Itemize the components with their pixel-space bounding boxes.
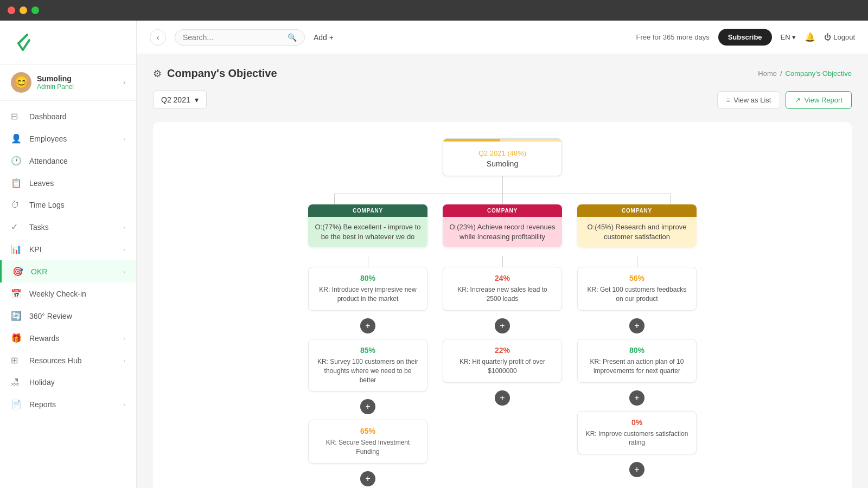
sidebar-item-label: Dashboard — [29, 112, 67, 121]
kr-percent: 24% — [450, 274, 555, 282]
free-days-label: Free for 365 more days — [636, 33, 710, 41]
sidebar-item-label: Leaves — [29, 179, 54, 188]
col2-connector — [502, 256, 503, 267]
kr-percent: 22% — [450, 346, 555, 355]
company-card-3-body: O:(45%) Research and improve customer sa… — [577, 217, 697, 247]
add-label: Add + — [314, 33, 334, 42]
kr-percent: 80% — [584, 346, 690, 355]
title-bar — [0, 0, 868, 21]
kr-card: 85% KR: Survey 100 customers on their th… — [308, 339, 427, 391]
add-kr-button[interactable]: + — [629, 462, 644, 477]
sidebar-item-360-review[interactable]: 🔄 360° Review — [0, 305, 136, 327]
root-name: Sumoling — [451, 159, 554, 168]
breadcrumb-home[interactable]: Home — [758, 69, 777, 78]
okr-icon: 🎯 — [12, 266, 24, 277]
view-report-button[interactable]: ↗ View Report — [786, 91, 852, 109]
sidebar-item-weekly-checkin[interactable]: 📅 Weekly Check-in — [0, 282, 136, 305]
page-title-area: ⚙ Company's Objective — [153, 67, 277, 80]
user-role: Admin Panel — [37, 83, 123, 91]
kr-text: KR: Hit quarterly profit of over $100000… — [450, 357, 555, 376]
sidebar-item-holiday[interactable]: 🏖 Holiday — [0, 371, 136, 393]
add-kr-button[interactable]: + — [629, 318, 644, 333]
sidebar-item-dashboard[interactable]: ⊟ Dashboard — [0, 105, 136, 127]
search-input[interactable] — [183, 33, 288, 42]
quarter-label: Q2 2021 — [161, 95, 190, 104]
chevron-icon: › — [123, 136, 125, 142]
sidebar-item-tasks[interactable]: ✓ Tasks › — [0, 216, 136, 238]
breadcrumb-separator: / — [780, 69, 782, 78]
weekly-checkin-icon: 📅 — [11, 288, 23, 299]
chevron-icon: › — [123, 246, 125, 253]
user-info: Sumoling Admin Panel — [37, 74, 123, 91]
svg-line-2 — [23, 40, 29, 50]
view-buttons: ≡ View as List ↗ View Report — [717, 91, 852, 109]
language-selector[interactable]: EN ▾ — [781, 33, 796, 41]
reports-icon: 📄 — [11, 399, 23, 409]
holiday-icon: 🏖 — [11, 377, 23, 387]
sidebar-item-reports[interactable]: 📄 Reports › — [0, 393, 136, 415]
sidebar-item-label: OKR — [31, 267, 47, 276]
attendance-icon: 🕐 — [11, 156, 23, 166]
sidebar-item-label: 360° Review — [29, 312, 72, 320]
kr-percent: 85% — [315, 346, 420, 355]
notification-icon[interactable]: 🔔 — [805, 32, 815, 42]
tasks-icon: ✓ — [11, 222, 23, 232]
dropdown-icon: ▾ — [195, 95, 199, 104]
root-quarter-label: Q2 2021 (48%) — [451, 149, 554, 157]
logout-button[interactable]: ⏻ Logout — [824, 33, 855, 41]
add-kr-button[interactable]: + — [495, 318, 510, 333]
chevron-icon: › — [123, 357, 125, 364]
main-area: ‹ 🔍 Add + Free for 365 more days Subscri… — [137, 21, 868, 488]
add-kr-button[interactable]: + — [629, 390, 644, 406]
sidebar-item-employees[interactable]: 👤 Employees › — [0, 127, 136, 150]
sidebar-nav: ⊟ Dashboard 👤 Employees › 🕐 Attendance 📋… — [0, 101, 136, 488]
chevron-icon: › — [123, 224, 125, 230]
sidebar-item-rewards[interactable]: 🎁 Rewards › — [0, 327, 136, 349]
sidebar-item-kpi[interactable]: 📊 KPI › — [0, 238, 136, 260]
sidebar-item-okr[interactable]: 🎯 OKR › — [0, 260, 136, 282]
kr-text: KR: Get 100 customers feedbacks on our p… — [584, 285, 690, 304]
sidebar-item-label: Attendance — [29, 157, 68, 165]
search-icon[interactable]: 🔍 — [288, 33, 297, 42]
sidebar-item-label: Holiday — [29, 378, 55, 387]
back-button[interactable]: ‹ — [150, 29, 166, 46]
sidebar: 😊 Sumoling Admin Panel › ⊟ Dashboard 👤 E… — [0, 21, 137, 488]
kr-text: KR: Survey 100 customers on their though… — [315, 357, 420, 384]
sidebar-item-attendance[interactable]: 🕐 Attendance — [0, 150, 136, 172]
sidebar-item-timelogs[interactable]: ⏱ Time Logs — [0, 194, 136, 216]
controls-row: Q2 2021 ▾ ≡ View as List ↗ View Report — [153, 91, 852, 109]
company-card-1-header: COMPANY — [308, 204, 427, 217]
add-kr-button[interactable]: + — [360, 318, 375, 333]
add-kr-button[interactable]: + — [495, 390, 510, 406]
sidebar-item-label: Weekly Check-in — [29, 290, 86, 298]
kr-card: 80% KR: Present an action plan of 10 imp… — [577, 339, 697, 383]
view-as-list-button[interactable]: ≡ View as List — [717, 91, 781, 109]
quarter-selector[interactable]: Q2 2021 ▾ — [153, 91, 207, 109]
root-okr-card: Q2 2021 (48%) Sumoling — [443, 138, 562, 176]
maximize-button[interactable] — [31, 7, 39, 14]
branch-right-icon — [670, 194, 671, 204]
sidebar-item-resources-hub[interactable]: ⊞ Resources Hub › — [0, 349, 136, 371]
list-icon: ≡ — [726, 96, 731, 104]
close-button[interactable] — [8, 7, 15, 14]
kr-card: 80% KR: Introduce very impresive new pro… — [308, 267, 427, 311]
company-card-2-header: COMPANY — [443, 204, 562, 217]
kr-card: 56% KR: Get 100 customers feedbacks on o… — [577, 267, 697, 311]
minimize-button[interactable] — [20, 7, 27, 14]
add-kr-button[interactable]: + — [360, 399, 375, 414]
okr-chart: Q2 2021 (48%) Sumoling — [153, 122, 852, 488]
okr-column-1: COMPANY O:(77%) Be excellent - improve t… — [308, 204, 427, 488]
user-section[interactable]: 😊 Sumoling Admin Panel › — [0, 65, 136, 101]
leaves-icon: 📋 — [11, 178, 23, 188]
subscribe-button[interactable]: Subscribe — [718, 29, 772, 46]
okr-column-3: COMPANY O:(45%) Research and improve cus… — [577, 204, 697, 483]
kr-percent: 0% — [584, 418, 690, 427]
content-area: ⚙ Company's Objective Home / Company's O… — [137, 54, 868, 488]
add-kr-button[interactable]: + — [360, 471, 375, 486]
add-button[interactable]: Add + — [314, 33, 334, 42]
company-card-3-header: COMPANY — [577, 204, 697, 217]
kr-text: KR: Improve customers satisfaction ratin… — [584, 429, 690, 448]
objective-icon: ⚙ — [153, 68, 162, 80]
search-box: 🔍 — [175, 29, 305, 46]
sidebar-item-leaves[interactable]: 📋 Leaves — [0, 172, 136, 194]
